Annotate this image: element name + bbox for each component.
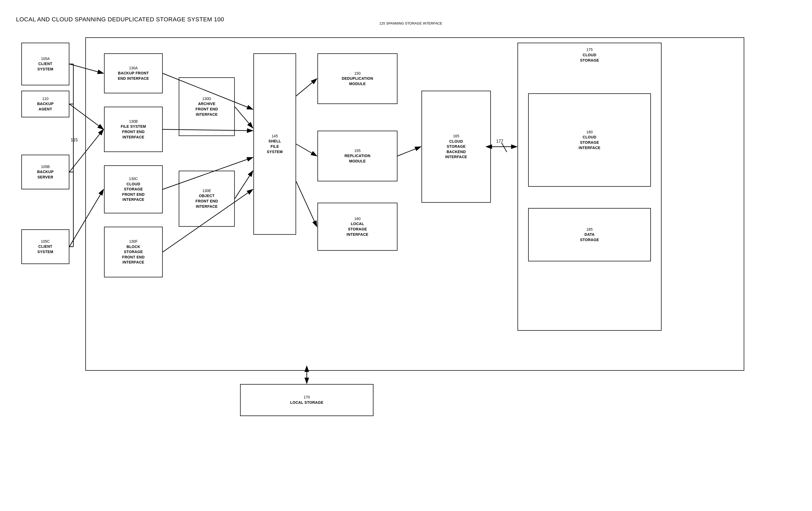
fe-130c-box: 130C CLOUD STORAGE FRONT END INTERFACE	[104, 166, 163, 213]
cloud-storage-if-180-box: 180 CLOUD STORAGE INTERFACE	[528, 93, 651, 187]
fe-130d-box: 130D ARCHIVE FRONT END INTERFACE	[179, 77, 235, 136]
fe-130a-box: 130A BACKUP FRONT END INTERFACE	[104, 53, 163, 93]
local-storage-if-160-box: 160 LOCAL STORAGE INTERFACE	[317, 203, 398, 251]
dedup-150-box: 150 DEDUPLICATION MODULE	[317, 53, 398, 104]
replication-155-box: 155 REPLICATION MODULE	[317, 131, 398, 181]
data-storage-185-box: 185 DATA STORAGE	[528, 208, 651, 261]
client-105c-box: 105C CLIENT SYSTEM	[21, 229, 69, 264]
fe-130f-box: 130F BLOCK STORAGE FRONT END INTERFACE	[104, 227, 163, 277]
shell-145-box: 145 SHELL FILE SYSTEM	[254, 53, 296, 235]
cloud-backend-165-box: 165 CLOUD STORAGE BACKEND INTERFACE	[422, 91, 491, 203]
client-105a-box: 105A CLIENT SYSTEM	[21, 43, 69, 85]
fe-130b-box: 130B FILE SYSTEM FRONT END INTERFACE	[104, 107, 163, 152]
fe-130e-box: 130E OBJECT FRONT END INTERFACE	[179, 171, 235, 227]
local-storage-170-box: 170 LOCAL STORAGE	[240, 384, 373, 416]
backup-agent-box: 110 BACKUP AGENT	[21, 91, 69, 117]
cloud-175-box: 175 CLOUD STORAGE	[518, 43, 662, 331]
line-115-label: 115	[71, 138, 78, 142]
backup-server-box: 105B BACKUP SERVER	[21, 155, 69, 189]
spanning-storage-label: 125 SPANNING STORAGE INTERFACE	[16, 21, 806, 25]
